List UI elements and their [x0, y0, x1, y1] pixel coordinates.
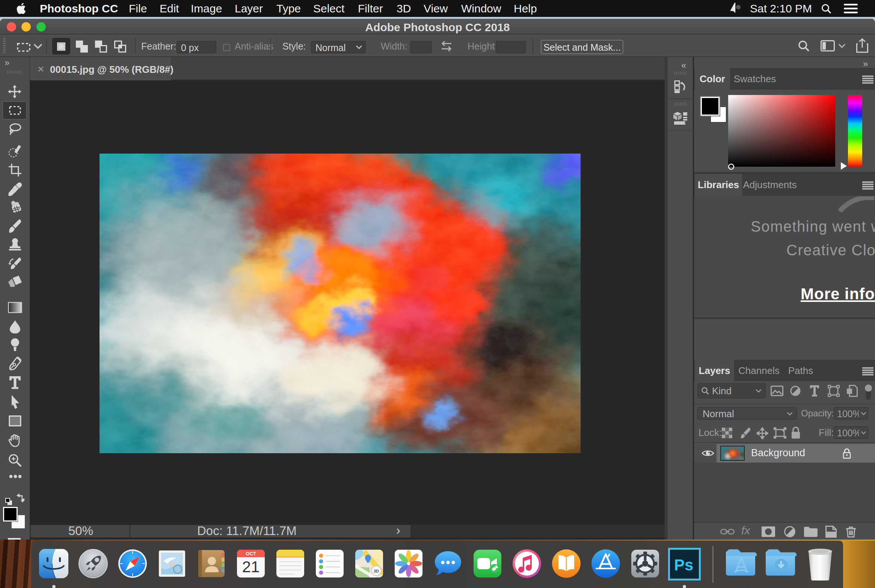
svg-text:OCT: OCT [246, 551, 256, 556]
svg-text:3D: 3D [374, 569, 379, 573]
svg-text:21: 21 [242, 558, 260, 576]
svg-text:Ps: Ps [674, 556, 693, 574]
